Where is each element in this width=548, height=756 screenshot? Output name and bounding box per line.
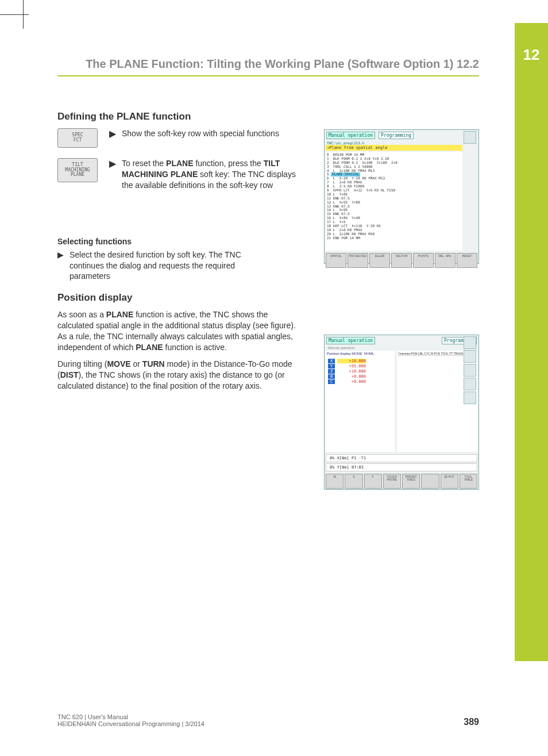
fig2-position-panel: Position display MODE: NOML. X+10.000Y+9… (326, 351, 395, 452)
page-footer: TNC 620 | User's Manual HEIDENHAIN Conve… (57, 713, 479, 727)
page-number: 389 (464, 717, 479, 727)
fig2-status-1: 0% X[Nm] P1 -T1 (326, 454, 477, 462)
chapter-number: 12 (515, 23, 548, 64)
softkey-spec-fct: SPEC FCT (57, 128, 98, 148)
fig1-mode-prog: Programming (379, 132, 414, 139)
chapter-tab: 12 (515, 23, 548, 661)
section-position-title: Position display (57, 292, 479, 304)
crop-mark-v (23, 0, 24, 29)
step-1-text: ▶ Show the soft-key row with special fun… (109, 128, 279, 139)
fig2-softkey-row: MSFTOUCH PROBEPRESET TABLE3D ROTTOOL TAB… (325, 473, 478, 490)
position-p1: As soon as a PLANE function is active, t… (57, 309, 304, 353)
fig2-status-2: 0% Y[Nm] 07:03 (326, 463, 477, 471)
selecting-bullet: ▶ Select the desired function by soft ke… (57, 250, 247, 282)
fig1-code: 0 BEGIN PGM 14 MM 1 BLK FORM 0.1 Z X+0 Y… (326, 152, 462, 251)
figure-position-display: Manual operation Programming Manual oper… (324, 335, 479, 490)
fig1-side-icons (464, 131, 477, 144)
section-defining-title: Defining the PLANE function (57, 111, 479, 122)
fig1-filepath: TNC:\nc_prog\113.h (325, 141, 478, 145)
arrow-icon: ▶ (109, 158, 116, 191)
softkey-tilt-plane: TILT MACHINING PLANE (57, 158, 98, 182)
arrow-icon: ▶ (57, 250, 64, 282)
footer-line1: TNC 620 | User's Manual (57, 713, 204, 720)
footer-line2: HEIDENHAIN Conversational Programming | … (57, 720, 204, 727)
step-2-text: ▶ To reset the PLANE function, press the… (109, 158, 299, 191)
fig1-softkey-row: SPATIALPROJECTEDEULERVECTORPOINTSREL. SP… (325, 252, 478, 269)
fig1-highlight-line: →Plane from spatial angle (326, 145, 462, 151)
title-rule (57, 75, 479, 76)
figure-programming-screen: Manual operation Programming TNC:\nc_pro… (324, 129, 479, 264)
fig1-mode-manual: Manual operation (326, 132, 375, 139)
arrow-icon: ▶ (109, 128, 116, 139)
fig2-side-icons (464, 336, 477, 404)
position-p2: During tilting (MOVE or TURN mode) in th… (57, 359, 304, 392)
page-title: The PLANE Function: Tilting the Working … (57, 57, 479, 75)
crop-mark-h (0, 14, 29, 15)
fig2-mode-manual: Manual operation (326, 337, 375, 344)
